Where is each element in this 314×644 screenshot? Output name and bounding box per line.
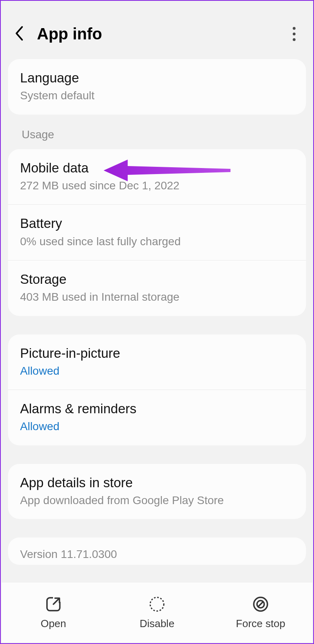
- version-row: Version 11.71.0300: [8, 537, 306, 565]
- disable-button[interactable]: Disable: [105, 582, 209, 642]
- pip-title: Picture-in-picture: [20, 345, 294, 361]
- store-sub: App downloaded from Google Play Store: [20, 493, 294, 508]
- store-title: App details in store: [20, 474, 294, 491]
- pip-sub: Allowed: [20, 364, 294, 378]
- alarms-title: Alarms & reminders: [20, 400, 294, 417]
- disable-label: Disable: [140, 617, 175, 630]
- page-title: App info: [37, 25, 286, 43]
- mobile-data-title: Mobile data: [20, 160, 294, 176]
- svg-line-5: [258, 601, 263, 607]
- force-stop-label: Force stop: [236, 617, 285, 630]
- more-options-button[interactable]: [286, 25, 302, 43]
- storage-sub: 403 MB used in Internal storage: [20, 290, 294, 304]
- battery-sub: 0% used since last fully charged: [20, 234, 294, 249]
- language-title: Language: [20, 70, 294, 86]
- language-row[interactable]: Language System default: [8, 59, 306, 115]
- battery-row[interactable]: Battery 0% used since last fully charged: [8, 204, 306, 260]
- disable-icon: [148, 595, 166, 613]
- storage-title: Storage: [20, 271, 294, 287]
- store-details-row[interactable]: App details in store App downloaded from…: [8, 464, 306, 519]
- mobile-data-sub: 272 MB used since Dec 1, 2022: [20, 178, 294, 193]
- svg-point-2: [150, 597, 164, 611]
- back-button[interactable]: [12, 27, 26, 41]
- version-label: Version 11.71.0300: [20, 548, 294, 561]
- usage-section-label: Usage: [8, 115, 306, 149]
- pip-row[interactable]: Picture-in-picture Allowed: [8, 334, 306, 390]
- mobile-data-row[interactable]: Mobile data 272 MB used since Dec 1, 202…: [8, 149, 306, 205]
- open-icon: [45, 595, 62, 613]
- more-vertical-icon: [293, 27, 296, 30]
- open-button[interactable]: Open: [2, 582, 105, 642]
- chevron-left-icon: [14, 25, 24, 43]
- open-label: Open: [41, 617, 66, 630]
- battery-title: Battery: [20, 215, 294, 232]
- bottom-action-bar: Open Disable Force stop: [2, 582, 312, 642]
- alarms-sub: Allowed: [20, 419, 294, 434]
- force-stop-button[interactable]: Force stop: [209, 582, 312, 642]
- alarms-row[interactable]: Alarms & reminders Allowed: [8, 390, 306, 445]
- language-sub: System default: [20, 88, 294, 103]
- storage-row[interactable]: Storage 403 MB used in Internal storage: [8, 260, 306, 316]
- force-stop-icon: [252, 595, 269, 613]
